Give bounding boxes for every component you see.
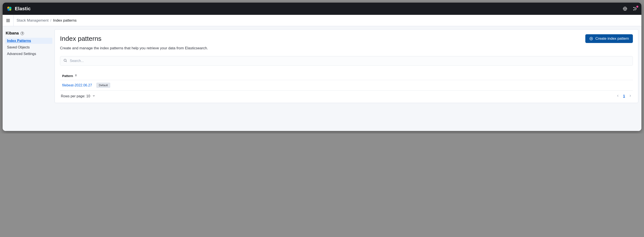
search-input[interactable] bbox=[70, 59, 630, 63]
question-icon[interactable]: ? bbox=[20, 32, 24, 35]
table-row: filebeat-2022.06.27 Default bbox=[60, 80, 633, 90]
rows-per-page-selector[interactable]: Rows per page: 10 bbox=[61, 94, 95, 98]
nav-toggle-button[interactable] bbox=[2, 15, 14, 26]
svg-point-18 bbox=[64, 59, 66, 62]
svg-point-11 bbox=[633, 10, 634, 10]
search-icon bbox=[63, 58, 67, 63]
svg-point-10 bbox=[633, 7, 634, 8]
table-footer: Rows per page: 10 bbox=[60, 90, 633, 99]
elastic-logo-icon bbox=[6, 6, 12, 12]
svg-point-5 bbox=[624, 8, 626, 10]
subbar: Stack Management / Index patterns bbox=[2, 15, 642, 26]
topbar-actions bbox=[622, 6, 638, 11]
sidebar-item-label: Advanced Settings bbox=[7, 52, 36, 56]
plus-circle-icon bbox=[589, 37, 593, 40]
help-icon[interactable] bbox=[622, 6, 628, 11]
page-number[interactable]: 1 bbox=[622, 94, 626, 98]
next-page-button[interactable] bbox=[628, 94, 632, 98]
topbar: Elastic bbox=[2, 2, 642, 15]
column-pattern: Pattern bbox=[62, 74, 73, 78]
sidebar-item-label: Index Patterns bbox=[7, 39, 31, 42]
breadcrumb-separator: / bbox=[50, 18, 51, 23]
sidebar-item-advanced-settings[interactable]: Advanced Settings bbox=[5, 51, 52, 57]
content-card: Index patterns Create index pattern Crea… bbox=[54, 29, 638, 103]
breadcrumb-current: Index patterns bbox=[53, 18, 76, 23]
svg-point-3 bbox=[9, 8, 11, 11]
main-content: Index patterns Create index pattern Crea… bbox=[54, 26, 642, 131]
sort-ascending-icon bbox=[74, 74, 78, 78]
search-field[interactable] bbox=[60, 56, 633, 66]
sidebar-item-index-patterns[interactable]: Index Patterns bbox=[5, 38, 52, 44]
breadcrumb: Stack Management / Index patterns bbox=[14, 18, 76, 23]
create-index-pattern-button[interactable]: Create index pattern bbox=[585, 34, 633, 43]
default-badge: Default bbox=[96, 83, 110, 88]
chevron-down-icon bbox=[92, 94, 95, 98]
patterns-table: Pattern filebeat-2022.06.27 Default bbox=[60, 72, 633, 99]
sidebar-item-label: Saved Objects bbox=[7, 46, 30, 49]
pagination: 1 bbox=[616, 94, 632, 98]
sidebar-section-label: Kibana bbox=[6, 31, 19, 36]
logo[interactable]: Elastic bbox=[6, 6, 30, 12]
page-description: Create and manage the index patterns tha… bbox=[60, 46, 633, 50]
breadcrumb-parent[interactable]: Stack Management bbox=[16, 18, 48, 23]
sidebar-section-header: Kibana ? bbox=[5, 30, 52, 38]
notification-dot bbox=[636, 6, 638, 8]
sidebar: Kibana ? Index Patterns Saved Objects Ad… bbox=[2, 26, 54, 131]
svg-line-19 bbox=[66, 61, 67, 62]
page-title: Index patterns bbox=[60, 35, 102, 42]
create-button-label: Create index pattern bbox=[595, 36, 629, 41]
card-header: Index patterns Create index pattern bbox=[60, 34, 633, 43]
prev-page-button[interactable] bbox=[616, 94, 620, 98]
rows-per-page-label: Rows per page: 10 bbox=[61, 94, 90, 98]
product-name: Elastic bbox=[15, 6, 30, 12]
sidebar-item-saved-objects[interactable]: Saved Objects bbox=[5, 44, 52, 50]
pattern-link[interactable]: filebeat-2022.06.27 bbox=[62, 83, 92, 87]
newsfeed-icon[interactable] bbox=[633, 6, 638, 11]
table-header[interactable]: Pattern bbox=[60, 72, 633, 80]
